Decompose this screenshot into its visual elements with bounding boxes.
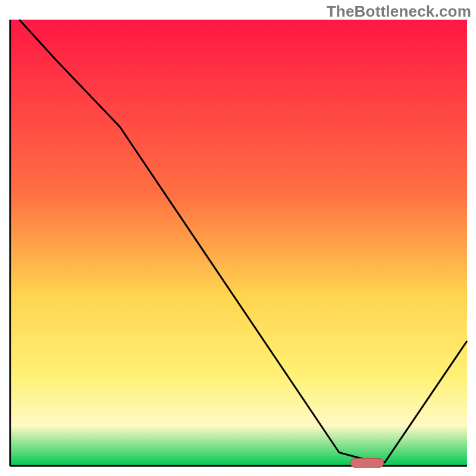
- plot-background: [10, 20, 467, 466]
- chart-svg: [0, 0, 476, 476]
- chart-container: TheBottleneck.com: [0, 0, 476, 476]
- watermark-text: TheBottleneck.com: [327, 2, 471, 21]
- optimal-marker: [350, 458, 384, 468]
